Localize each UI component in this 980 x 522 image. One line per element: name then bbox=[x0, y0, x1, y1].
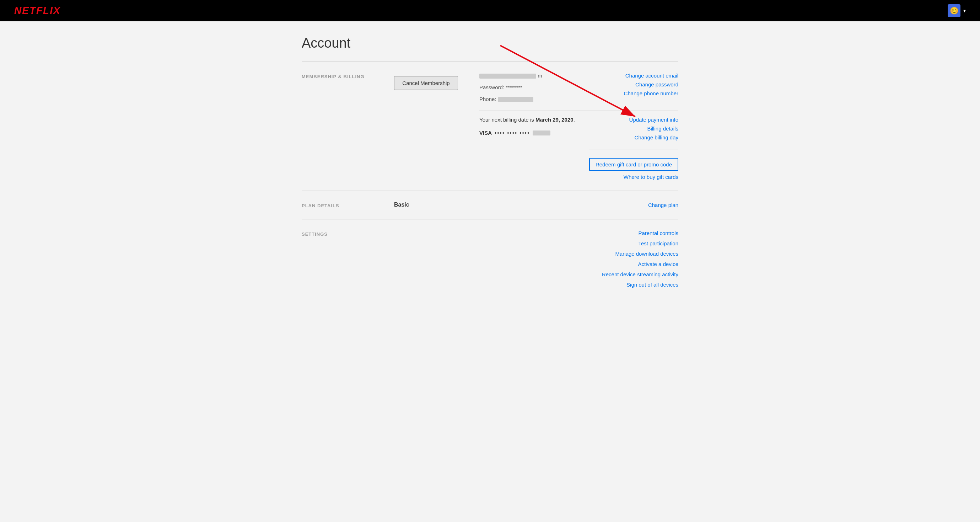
plan-row: Basic Change plan bbox=[394, 202, 678, 208]
billing-row: Your next billing date is March 29, 2020… bbox=[479, 111, 678, 180]
netflix-logo: NETFLIX bbox=[14, 5, 61, 16]
email-row: m bbox=[479, 73, 542, 78]
visa-row: VISA •••• •••• •••• bbox=[479, 130, 575, 136]
plan-section-label: PLAN DETAILS bbox=[302, 202, 380, 208]
cancel-membership-button[interactable]: Cancel Membership bbox=[394, 76, 458, 90]
header-right: 😊 ▾ bbox=[948, 4, 966, 17]
account-info-right: Change account email Change password Cha… bbox=[624, 73, 678, 96]
change-billing-day-link[interactable]: Change billing day bbox=[635, 134, 678, 140]
change-phone-link[interactable]: Change phone number bbox=[624, 90, 678, 96]
visa-label: VISA bbox=[479, 130, 492, 136]
membership-billing-wrapper: Cancel Membership m bbox=[394, 73, 678, 180]
billing-details-link[interactable]: Billing details bbox=[647, 126, 678, 132]
membership-section-label: MEMBERSHIP & BILLING bbox=[302, 73, 380, 180]
activate-device-link[interactable]: Activate a device bbox=[394, 261, 678, 267]
avatar[interactable]: 😊 bbox=[948, 4, 961, 17]
phone-row: Phone: bbox=[479, 96, 542, 102]
sign-out-all-devices-link[interactable]: Sign out of all devices bbox=[394, 282, 678, 288]
billing-right: Update payment info Billing details Chan… bbox=[589, 117, 678, 180]
membership-left-col: Cancel Membership bbox=[394, 73, 458, 180]
change-plan-link[interactable]: Change plan bbox=[648, 202, 678, 208]
redeem-gift-card-button[interactable]: Redeem gift card or promo code bbox=[589, 158, 678, 171]
update-payment-link[interactable]: Update payment info bbox=[629, 117, 678, 123]
account-info-row: m Password: ******** Phone: bbox=[479, 73, 678, 111]
dropdown-arrow-icon[interactable]: ▾ bbox=[963, 8, 966, 13]
billing-date-before: Your next billing date is bbox=[479, 117, 536, 123]
settings-section: SETTINGS Parental controls Test particip… bbox=[302, 219, 678, 299]
header: NETFLIX 😊 ▾ bbox=[0, 0, 980, 21]
visa-dots: •••• •••• •••• bbox=[495, 130, 530, 136]
phone-blurred bbox=[498, 97, 533, 102]
test-participation-link[interactable]: Test participation bbox=[394, 240, 678, 246]
password-row: Password: ******** bbox=[479, 84, 542, 90]
visa-last-blurred bbox=[533, 131, 550, 136]
change-password-link[interactable]: Change password bbox=[635, 81, 678, 88]
plan-content: Basic Change plan bbox=[394, 202, 678, 208]
billing-left: Your next billing date is March 29, 2020… bbox=[479, 117, 575, 136]
email-blurred bbox=[479, 73, 536, 78]
settings-links-list: Parental controls Test participation Man… bbox=[394, 230, 678, 288]
billing-date-bold: March 29, 2020 bbox=[536, 117, 573, 123]
recent-device-streaming-link[interactable]: Recent device streaming activity bbox=[394, 271, 678, 277]
page-title: Account bbox=[302, 35, 678, 51]
parental-controls-link[interactable]: Parental controls bbox=[394, 230, 678, 236]
account-info-left: m Password: ******** Phone: bbox=[479, 73, 542, 105]
email-suffix: m bbox=[538, 73, 542, 78]
membership-right-col: m Password: ******** Phone: bbox=[479, 73, 678, 180]
billing-divider bbox=[589, 149, 678, 149]
where-to-buy-link[interactable]: Where to buy gift cards bbox=[624, 174, 678, 180]
change-account-email-link[interactable]: Change account email bbox=[625, 73, 678, 78]
password-label: Password: bbox=[479, 84, 504, 90]
phone-label: Phone: bbox=[479, 96, 496, 102]
plan-section: PLAN DETAILS Basic Change plan bbox=[302, 191, 678, 219]
plan-name: Basic bbox=[394, 202, 409, 208]
settings-content: Parental controls Test participation Man… bbox=[394, 230, 678, 288]
avatar-icon: 😊 bbox=[950, 6, 959, 15]
manage-download-devices-link[interactable]: Manage download devices bbox=[394, 251, 678, 257]
billing-date-text: Your next billing date is March 29, 2020… bbox=[479, 117, 575, 123]
main-content: Account MEMBERSHIP & BILLING Cancel Memb… bbox=[294, 21, 686, 313]
membership-section: MEMBERSHIP & BILLING Cancel Membership m bbox=[302, 62, 678, 191]
billing-date-after: . bbox=[573, 117, 575, 123]
settings-section-label: SETTINGS bbox=[302, 230, 380, 288]
password-value: ******** bbox=[506, 84, 522, 90]
